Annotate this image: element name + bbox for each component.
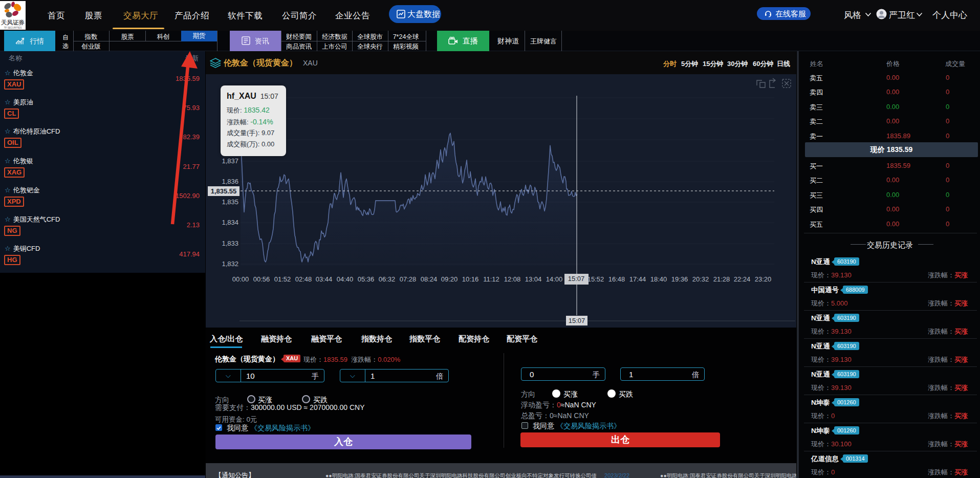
svg-text:1,835.55: 1,835.55	[211, 187, 237, 195]
svg-text:1,833: 1,833	[222, 240, 238, 247]
svg-text:03:44: 03:44	[316, 275, 333, 283]
svg-text:21:28: 21:28	[713, 275, 730, 283]
svg-text:06:32: 06:32	[379, 275, 396, 283]
svg-text:00:00: 00:00	[232, 275, 249, 283]
svg-text:16:48: 16:48	[608, 275, 625, 283]
svg-text:15:07: 15:07	[569, 317, 585, 324]
svg-text:11:12: 11:12	[483, 275, 499, 283]
svg-text:22:24: 22:24	[734, 275, 751, 283]
svg-text:1,837: 1,837	[222, 157, 238, 165]
svg-text:02:48: 02:48	[295, 275, 312, 283]
svg-text:TF SECURITIES: TF SECURITIES	[4, 27, 21, 29]
svg-text:12:08: 12:08	[504, 275, 521, 283]
svg-text:1,836: 1,836	[222, 178, 238, 185]
svg-text:18:40: 18:40	[650, 275, 667, 283]
svg-text:08:24: 08:24	[421, 275, 438, 283]
svg-text:05:36: 05:36	[358, 275, 375, 283]
svg-text:15:07: 15:07	[568, 275, 585, 283]
svg-text:23:20: 23:20	[755, 275, 772, 283]
svg-text:10:16: 10:16	[462, 275, 479, 283]
svg-text:1,832: 1,832	[222, 260, 238, 268]
svg-text:天风证券: 天风证券	[1, 19, 25, 26]
svg-text:01:52: 01:52	[274, 275, 291, 283]
svg-text:14:00: 14:00	[546, 275, 563, 283]
svg-text:15:52: 15:52	[587, 275, 604, 283]
svg-text:19:36: 19:36	[671, 275, 688, 283]
svg-text:04:40: 04:40	[337, 275, 354, 283]
svg-text:17:44: 17:44	[629, 275, 646, 283]
svg-text:07:28: 07:28	[400, 275, 417, 283]
svg-text:1,834: 1,834	[222, 219, 238, 226]
svg-text:09:20: 09:20	[441, 275, 458, 283]
svg-text:1,835: 1,835	[222, 198, 238, 206]
svg-text:20:32: 20:32	[692, 275, 709, 283]
svg-text:00:56: 00:56	[253, 275, 270, 283]
svg-text:13:04: 13:04	[525, 275, 542, 283]
